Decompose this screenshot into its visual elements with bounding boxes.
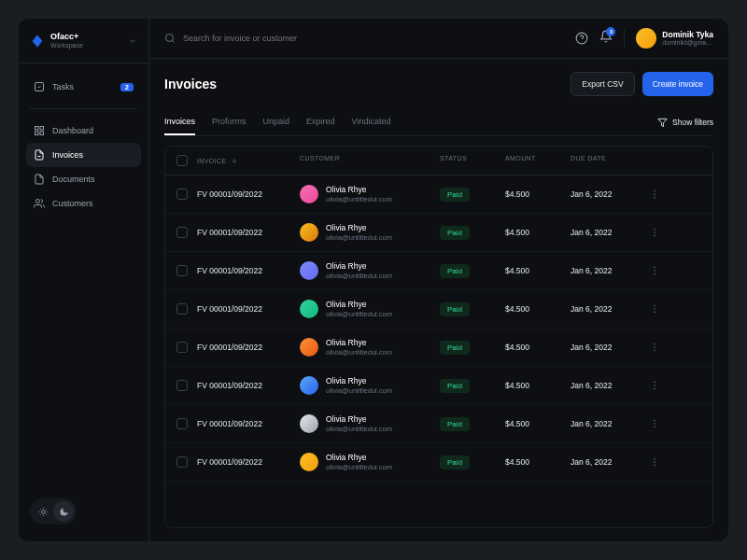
export-button[interactable]: Export CSV	[571, 72, 634, 96]
customer-name: Olivia Rhye	[326, 376, 392, 385]
customer-avatar	[300, 376, 318, 395]
filter-icon	[657, 118, 668, 128]
status-cell: Paid	[440, 226, 505, 240]
sidebar-item-tasks[interactable]: Tasks 2	[26, 75, 141, 99]
more-icon[interactable]	[649, 227, 660, 238]
checkbox[interactable]	[176, 418, 188, 429]
checkbox[interactable]	[176, 456, 188, 468]
workspace-label: Workspace	[50, 42, 122, 49]
sort-icon	[231, 157, 238, 164]
customer-text: Olivia Rhye olivia@untitledui.com	[326, 453, 392, 470]
customer-cell: Olivia Rhye olivia@untitledui.com	[300, 261, 440, 280]
tasks-icon	[34, 81, 45, 92]
invoices-icon	[34, 149, 45, 161]
row-select[interactable]	[176, 418, 197, 429]
select-all[interactable]	[176, 155, 197, 166]
sidebar-item-dashboard[interactable]: Dashboard	[26, 119, 141, 143]
svg-point-40	[654, 420, 655, 422]
due-date-cell: Jan 6, 2022	[571, 266, 645, 275]
customer-name: Olivia Rhye	[326, 300, 392, 309]
customer-name: Olivia Rhye	[326, 223, 392, 232]
header-due-date[interactable]: DUE DATE	[571, 155, 645, 166]
row-select[interactable]	[176, 303, 197, 315]
more-icon[interactable]	[649, 265, 660, 276]
row-actions[interactable]	[645, 265, 664, 276]
checkbox[interactable]	[176, 189, 188, 200]
row-actions[interactable]	[645, 342, 664, 353]
user-menu[interactable]: Dominik Tyka dominikt@gma...	[636, 28, 713, 49]
row-select[interactable]	[176, 342, 197, 353]
invoice-number: FV 00001/09/2022	[197, 457, 300, 467]
dark-mode-button[interactable]	[53, 501, 74, 522]
sidebar: Ofacc+ Workspace Tasks 2 Dashboard Invoi…	[19, 19, 149, 541]
more-icon[interactable]	[649, 303, 660, 315]
workspace-switcher[interactable]: Ofacc+ Workspace	[19, 32, 148, 63]
nav-main: Dashboard Invoices Documents Customers	[19, 115, 148, 219]
workspace-name: Ofacc+	[50, 32, 122, 42]
invoice-number: FV 00001/09/2022	[197, 266, 300, 275]
checkbox[interactable]	[176, 265, 188, 276]
tab-vindicated[interactable]: Vindicated	[352, 109, 391, 135]
create-invoice-button[interactable]: Create invoice	[642, 72, 713, 96]
notifications-button[interactable]: 3	[599, 30, 613, 47]
customer-text: Olivia Rhye olivia@untitledui.com	[326, 414, 392, 432]
customer-name: Olivia Rhye	[326, 453, 392, 462]
more-icon[interactable]	[649, 456, 660, 468]
svg-point-45	[654, 465, 655, 467]
amount-cell: $4.500	[505, 381, 571, 390]
search-input[interactable]	[183, 34, 564, 43]
theme-toggle[interactable]	[30, 498, 77, 525]
header-invoice[interactable]: INVOICE	[197, 155, 300, 166]
amount-cell: $4.500	[505, 189, 571, 199]
sidebar-item-invoices[interactable]: Invoices	[26, 143, 141, 167]
checkbox[interactable]	[176, 227, 188, 238]
more-icon[interactable]	[649, 418, 660, 429]
checkbox[interactable]	[176, 303, 188, 315]
help-icon[interactable]	[575, 32, 588, 45]
table-row[interactable]: FV 00001/09/2022 Olivia Rhye olivia@unti…	[165, 214, 712, 252]
svg-point-39	[654, 388, 655, 390]
table-row[interactable]: FV 00001/09/2022 Olivia Rhye olivia@unti…	[165, 367, 712, 405]
row-actions[interactable]	[645, 189, 664, 200]
row-select[interactable]	[176, 380, 197, 391]
sidebar-item-documents[interactable]: Documents	[26, 167, 141, 191]
tab-unpaid[interactable]: Unpaid	[263, 109, 290, 135]
row-actions[interactable]	[645, 227, 664, 238]
tab-proforms[interactable]: Proforms	[212, 109, 247, 135]
sidebar-item-customers[interactable]: Customers	[26, 191, 141, 216]
more-icon[interactable]	[649, 342, 660, 353]
more-icon[interactable]	[649, 380, 660, 391]
show-filters-button[interactable]: Show filters	[657, 118, 713, 128]
tab-expired[interactable]: Expired	[306, 109, 335, 135]
customers-icon	[34, 198, 45, 209]
row-actions[interactable]	[645, 380, 664, 391]
checkbox[interactable]	[176, 155, 188, 166]
row-select[interactable]	[176, 456, 197, 468]
row-select[interactable]	[176, 265, 197, 276]
table-body[interactable]: FV 00001/09/2022 Olivia Rhye olivia@unti…	[165, 175, 712, 527]
table-row[interactable]: FV 00001/09/2022 Olivia Rhye olivia@unti…	[165, 175, 712, 214]
row-actions[interactable]	[645, 418, 664, 429]
light-mode-button[interactable]	[33, 501, 53, 522]
logo-icon	[30, 34, 45, 49]
row-select[interactable]	[176, 227, 197, 238]
header-customer[interactable]: CUSTOMER	[300, 155, 440, 166]
row-actions[interactable]	[645, 303, 664, 315]
header-amount[interactable]: AMOUNT	[505, 155, 571, 166]
table-row[interactable]: FV 00001/09/2022 Olivia Rhye olivia@unti…	[165, 405, 712, 443]
table-row[interactable]: FV 00001/09/2022 Olivia Rhye olivia@unti…	[165, 329, 712, 367]
table-row[interactable]: FV 00001/09/2022 Olivia Rhye olivia@unti…	[165, 252, 712, 290]
search[interactable]	[164, 33, 564, 44]
row-actions[interactable]	[645, 456, 664, 468]
svg-point-42	[654, 427, 655, 428]
row-select[interactable]	[176, 189, 197, 200]
invoice-number: FV 00001/09/2022	[197, 189, 300, 199]
checkbox[interactable]	[176, 380, 188, 391]
checkbox[interactable]	[176, 342, 188, 353]
svg-line-14	[40, 514, 41, 515]
header-status[interactable]: STATUS	[440, 155, 505, 166]
table-row[interactable]: FV 00001/09/2022 Olivia Rhye olivia@unti…	[165, 290, 712, 329]
more-icon[interactable]	[649, 189, 660, 200]
table-row[interactable]: FV 00001/09/2022 Olivia Rhye olivia@unti…	[165, 443, 712, 482]
tab-invoices[interactable]: Invoices	[164, 109, 195, 135]
